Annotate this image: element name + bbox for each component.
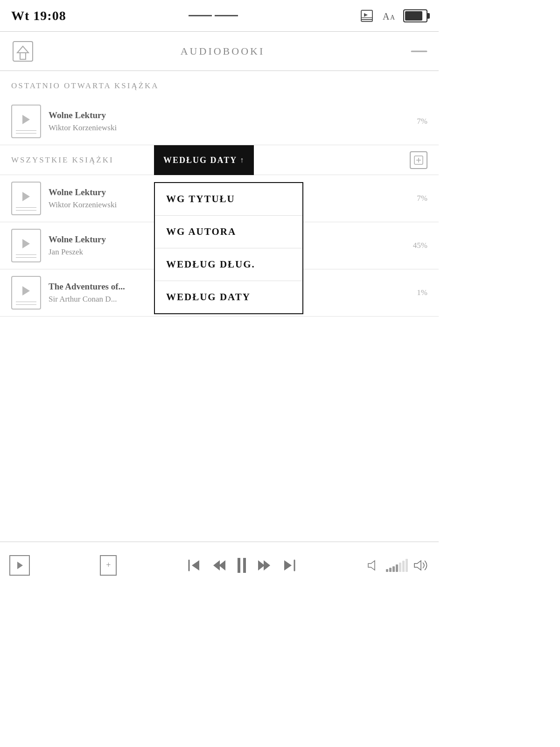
status-center (189, 15, 238, 16)
player-controls (187, 558, 296, 573)
status-icons: A A (360, 9, 427, 22)
svg-marker-18 (264, 560, 270, 571)
status-bar: Wt 19:08 A A (0, 0, 439, 32)
status-line-1 (189, 15, 212, 16)
reader-icon (360, 9, 377, 22)
play-icon-0 (22, 192, 30, 201)
svg-rect-8 (20, 53, 26, 59)
volume-section (366, 559, 429, 572)
nav-menu[interactable] (411, 47, 427, 56)
signal-bar-6 (402, 561, 405, 572)
book-progress-1: 45% (413, 241, 427, 250)
sort-dropdown-menu: WG TYTUŁU WG AUTORA WEDŁUG DŁUG. WEDŁUG … (154, 182, 303, 314)
svg-marker-21 (368, 561, 375, 570)
recent-book-progress: 7% (417, 117, 427, 126)
book-cover-1 (11, 229, 41, 262)
signal-bar-7 (406, 559, 408, 572)
book-progress-0: 7% (417, 194, 427, 203)
sort-by-length[interactable]: WEDŁUG DŁUG. (155, 248, 302, 281)
status-line-2 (215, 15, 238, 16)
rewind-button[interactable] (211, 558, 227, 572)
play-icon (22, 115, 30, 124)
skip-back-button[interactable] (187, 558, 201, 572)
sort-by-title[interactable]: WG TYTUŁU (155, 183, 302, 216)
battery-icon (403, 9, 427, 22)
all-books-label: WSZYSTKIE KSIĄŻKI (11, 155, 114, 165)
battery-fill (405, 11, 422, 21)
signal-bar-2 (389, 568, 392, 572)
svg-marker-16 (219, 560, 225, 571)
player-bar (0, 542, 439, 588)
recent-book-info: Wolne Lektury Wiktor Korzeniewski (41, 110, 417, 133)
sort-label: WEDŁUG DATY (163, 155, 237, 165)
signal-bars (386, 559, 408, 572)
pause-button[interactable] (238, 558, 246, 573)
signal-bar-5 (399, 563, 401, 572)
svg-marker-17 (258, 560, 265, 571)
svg-marker-7 (17, 46, 28, 53)
volume-mute-icon[interactable] (366, 559, 381, 572)
font-icon: A A (382, 9, 399, 22)
volume-up-icon[interactable] (413, 559, 429, 572)
play-icon-2 (22, 286, 30, 296)
home-icon[interactable] (11, 40, 35, 63)
all-books-header: WSZYSTKIE KSIĄŻKI WEDŁUG DATY ↑ (0, 145, 439, 175)
svg-text:A: A (390, 14, 395, 21)
fast-forward-button[interactable] (256, 558, 272, 572)
book-progress-2: 1% (417, 288, 427, 297)
bookmark-button[interactable] (100, 555, 117, 576)
pause-bar-2 (243, 558, 246, 573)
recent-book-item[interactable]: Wolne Lektury Wiktor Korzeniewski 7% (0, 98, 439, 145)
svg-marker-20 (284, 560, 292, 571)
nav-title: AUDIOBOOKI (181, 45, 265, 57)
svg-rect-6 (13, 42, 33, 61)
play-button[interactable] (9, 555, 30, 576)
pause-bar-1 (238, 558, 240, 573)
nav-bar: AUDIOBOOKI (0, 32, 439, 71)
recent-book-cover (11, 105, 41, 138)
recent-book-title: Wolne Lektury (49, 110, 409, 120)
play-triangle-icon (17, 562, 23, 569)
play-icon-1 (22, 239, 30, 248)
book-cover-0 (11, 182, 41, 215)
sort-by-author[interactable]: WG AUTORA (155, 216, 302, 248)
skip-forward-button[interactable] (282, 558, 296, 572)
add-book-button[interactable] (410, 151, 427, 169)
book-cover-2 (11, 276, 41, 310)
sort-arrow-icon: ↑ (240, 156, 245, 164)
recent-book-author: Wiktor Korzeniewski (49, 123, 409, 133)
svg-marker-14 (192, 560, 199, 571)
sort-by-date[interactable]: WEDŁUG DATY (155, 281, 302, 313)
svg-marker-15 (213, 560, 220, 571)
status-time: Wt 19:08 (11, 8, 66, 23)
signal-bar-3 (392, 566, 395, 572)
recent-section-label: OSTATNIO OTWARTA KSIĄŻKA (0, 71, 439, 98)
signal-bar-1 (386, 569, 388, 572)
sort-dropdown-trigger[interactable]: WEDŁUG DATY ↑ (154, 145, 254, 175)
signal-bar-4 (396, 564, 398, 572)
svg-marker-22 (414, 561, 421, 570)
svg-marker-3 (364, 13, 368, 17)
svg-text:A: A (383, 11, 390, 21)
